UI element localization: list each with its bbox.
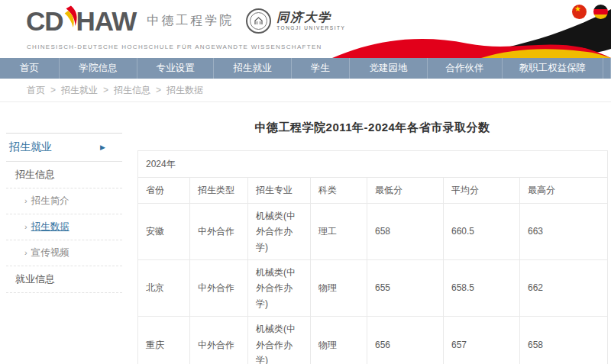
- nav-filler: [603, 58, 611, 79]
- language-flags: ★: [572, 5, 608, 19]
- sidebar-item-label: 招生简介: [31, 195, 70, 206]
- table-cell: 663: [520, 203, 608, 259]
- content-area: 招生就业 ▶ 招生信息›招生简介›招生数据›宣传视频就业信息 中德工程学院201…: [0, 121, 611, 364]
- table-cell: 安徽: [138, 203, 190, 259]
- sidebar-item-label: 招生信息: [15, 169, 55, 180]
- table-cell: 机械类(中外合作办学): [248, 259, 311, 316]
- table-cell: 中外合作: [190, 317, 248, 364]
- sidebar-item-3[interactable]: ›宣传视频: [6, 240, 122, 266]
- bullet-icon: ›: [24, 222, 27, 231]
- sidebar-item-1[interactable]: ›招生简介: [6, 188, 122, 214]
- column-header-1: 招生类型: [190, 178, 248, 203]
- tongji-name-en: TONGJI UNIVERSITY: [276, 25, 345, 31]
- table-cell: 中外合作: [190, 259, 248, 316]
- sidebar-section-title[interactable]: 招生就业 ▶: [6, 133, 122, 162]
- breadcrumb-item-2[interactable]: 招生信息: [114, 84, 150, 97]
- column-header-6: 最高分: [520, 178, 608, 203]
- tongji-name-cn: 同济大学: [276, 11, 345, 24]
- table-cell: 北京: [138, 259, 190, 316]
- breadcrumb-item-1[interactable]: 招生就业: [61, 84, 98, 97]
- column-header-2: 招生专业: [248, 178, 311, 203]
- sidebar-item-label: 宣传视频: [31, 247, 70, 258]
- table-row: 安徽中外合作机械类(中外合作办学)理工658660.5663: [138, 203, 608, 259]
- sidebar-item-label: 就业信息: [15, 273, 55, 285]
- china-flag-icon[interactable]: ★: [572, 5, 587, 19]
- column-header-3: 科类: [311, 178, 367, 203]
- table-cell: 机械类(中外合作办学): [248, 317, 311, 364]
- table-cell: 658.5: [444, 259, 520, 316]
- nav-item-3[interactable]: 招生就业: [214, 58, 292, 79]
- table-cell: 662: [520, 259, 608, 316]
- sidebar: 招生就业 ▶ 招生信息›招生简介›招生数据›宣传视频就业信息: [6, 133, 122, 293]
- tongji-logo[interactable]: 同济大学 TONGJI UNIVERSITY: [246, 8, 345, 34]
- breadcrumb-separator: >: [156, 85, 161, 95]
- tongji-seal-icon: [246, 8, 271, 34]
- page-title: 中德工程学院2011年-2024年各省市录取分数: [137, 121, 607, 135]
- main-nav: 首页学院信息专业设置招生就业学生党建园地合作伙伴教职工权益保障: [0, 58, 611, 79]
- nav-item-2[interactable]: 专业设置: [137, 58, 214, 79]
- column-header-5: 平均分: [444, 178, 520, 203]
- college-name-cn: 中德工程学院: [147, 13, 234, 29]
- table-cell: 656: [367, 317, 444, 364]
- table-year-label: 2024年: [138, 151, 608, 178]
- table-cell: 657: [444, 317, 520, 364]
- main-panel: 中德工程学院2011年-2024年各省市录取分数 2024年省份招生类型招生专业…: [137, 121, 607, 364]
- chevron-right-icon: ▶: [100, 143, 105, 151]
- germany-flag-icon[interactable]: [593, 5, 608, 19]
- table-cell: 理工: [311, 203, 367, 259]
- column-header-4: 最低分: [367, 178, 444, 203]
- breadcrumb-separator: >: [103, 85, 108, 95]
- nav-item-0[interactable]: 首页: [0, 58, 60, 79]
- logo-haw-text: HAW: [76, 8, 137, 34]
- nav-item-6[interactable]: 合作伙伴: [428, 58, 503, 79]
- sidebar-item-label: 招生数据: [31, 221, 70, 232]
- breadcrumb-item-0[interactable]: 首页: [27, 84, 45, 97]
- table-cell: 660.5: [444, 203, 520, 259]
- nav-item-7[interactable]: 教职工权益保障: [503, 58, 603, 79]
- college-tagline-de: CHINESISCH-DEUTSCHE HOCHSCHULE FÜR ANGEW…: [27, 43, 322, 50]
- table-cell: 658: [520, 317, 608, 364]
- cdhaw-flame-icon: [62, 5, 79, 32]
- sidebar-item-0[interactable]: 招生信息: [6, 162, 122, 188]
- breadcrumb-item-3[interactable]: 招生数据: [166, 84, 203, 97]
- table-cell: 655: [367, 259, 444, 316]
- column-header-0: 省份: [138, 178, 190, 203]
- table-cell: 中外合作: [190, 203, 248, 259]
- site-header: CD HAW 中德工程学院 同济大学 TONGJI UNIVER: [0, 0, 611, 58]
- bullet-icon: ›: [24, 196, 27, 205]
- scores-table-wrap: 2024年省份招生类型招生专业科类最低分平均分最高分安徽中外合作机械类(中外合作…: [137, 150, 607, 364]
- table-cell: 机械类(中外合作办学): [248, 203, 311, 259]
- sidebar-title-label: 招生就业: [9, 140, 52, 154]
- nav-item-4[interactable]: 学生: [292, 58, 350, 79]
- logo-row: CD HAW 中德工程学院 同济大学 TONGJI UNIVER: [26, 7, 345, 34]
- table-cell: 658: [367, 203, 444, 259]
- table-row: 北京中外合作机械类(中外合作办学)物理655658.5662: [138, 259, 608, 316]
- scores-table: 2024年省份招生类型招生专业科类最低分平均分最高分安徽中外合作机械类(中外合作…: [137, 150, 608, 364]
- breadcrumb: 首页>招生就业>招生信息>招生数据: [0, 79, 611, 102]
- breadcrumb-separator: >: [50, 85, 56, 95]
- nav-item-1[interactable]: 学院信息: [60, 58, 137, 79]
- cdhaw-logo[interactable]: CD HAW: [26, 7, 136, 34]
- sidebar-item-4[interactable]: 就业信息: [6, 266, 122, 293]
- table-row: 重庆中外合作机械类(中外合作办学)物理656657658: [138, 317, 608, 364]
- nav-item-5[interactable]: 党建园地: [350, 58, 428, 79]
- bullet-icon: ›: [24, 248, 27, 257]
- table-cell: 物理: [311, 259, 367, 316]
- table-cell: 物理: [311, 317, 367, 364]
- logo-cd-text: CD: [26, 8, 63, 34]
- sidebar-item-2-active[interactable]: ›招生数据: [6, 214, 122, 240]
- table-cell: 重庆: [138, 317, 190, 364]
